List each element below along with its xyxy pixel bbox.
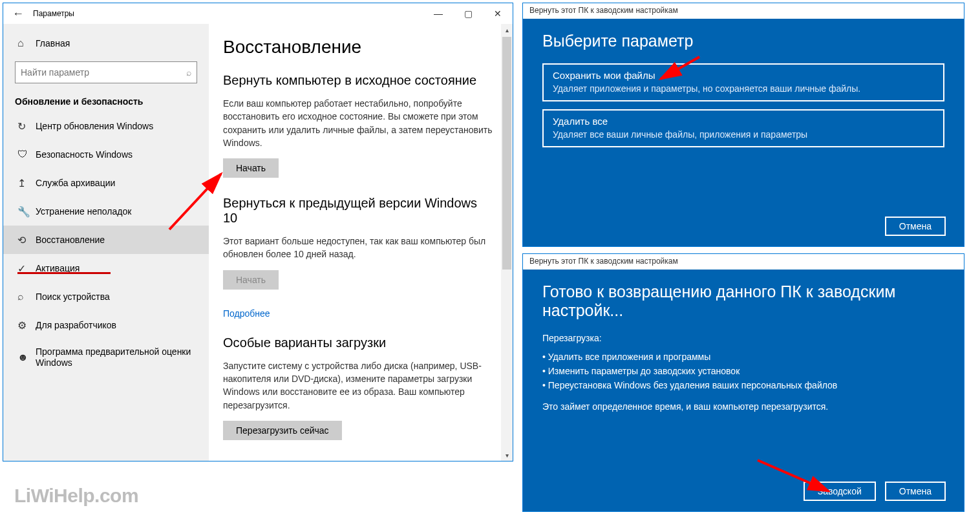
dialog-title: Вернуть этот ПК к заводским настройкам xyxy=(523,254,964,270)
wrench-icon: 🔧 xyxy=(17,206,36,218)
settings-window: ← Параметры — ▢ ✕ ⌂ Главная ⌕ Обновление… xyxy=(3,3,513,461)
cancel-button[interactable]: Отмена xyxy=(885,482,946,501)
shield-icon: 🛡 xyxy=(17,149,36,160)
section-heading: Особые варианты загрузки xyxy=(223,335,495,350)
watermark: LiWiHelp.com xyxy=(14,485,138,507)
section-advanced-startup: Особые варианты загрузки Запустите систе… xyxy=(223,335,495,458)
option-title: Сохранить мои файлы xyxy=(553,70,934,81)
restart-now-button[interactable]: Перезагрузить сейчас xyxy=(223,421,342,440)
sidebar-item-backup[interactable]: ↥ Служба архивации xyxy=(3,169,209,197)
list-item: Переустановка Windows без удаления ваших… xyxy=(542,378,944,392)
history-icon: ⟲ xyxy=(17,234,36,246)
option-desc: Удаляет все ваши личные файлы, приложени… xyxy=(553,129,934,140)
sidebar-item-label: Центр обновления Windows xyxy=(36,121,153,131)
option-desc: Удаляет приложения и параметры, но сохра… xyxy=(553,83,934,94)
sidebar-item-label: Поиск устройства xyxy=(36,292,110,302)
insider-icon: ☻ xyxy=(17,352,36,363)
sidebar-item-label: Восстановление xyxy=(36,235,105,245)
category-header: Обновление и безопасность xyxy=(3,90,209,112)
sidebar: ⌂ Главная ⌕ Обновление и безопасность ↻ … xyxy=(3,24,209,461)
section-desc: Запустите систему с устройства либо диск… xyxy=(223,359,495,412)
section-desc: Если ваш компьютер работает нестабильно,… xyxy=(223,97,495,149)
search-box[interactable]: ⌕ xyxy=(15,61,197,83)
section-heading: Вернуть компьютер в исходное состояние xyxy=(223,73,495,88)
scroll-down-icon[interactable]: ▾ xyxy=(501,449,513,461)
scrollbar-thumb[interactable] xyxy=(502,37,511,270)
start-reset-button[interactable]: Начать xyxy=(223,158,279,178)
window-title: Параметры xyxy=(33,9,74,18)
search-icon: ⌕ xyxy=(186,67,191,78)
list-item: Удалить все приложения и программы xyxy=(542,350,944,364)
minimize-button[interactable]: — xyxy=(423,8,453,19)
content-pane: Восстановление Вернуть компьютер в исход… xyxy=(209,24,513,461)
reset-dialog-ready: Вернуть этот ПК к заводским настройкам Г… xyxy=(522,253,964,512)
option-remove-all[interactable]: Удалить все Удаляет все ваши личные файл… xyxy=(542,109,944,147)
sidebar-item-label: Программа предварительной оценки Windows xyxy=(36,346,197,369)
dialog-heading: Выберите параметр xyxy=(542,32,944,50)
list-item: Изменить параметры до заводских установо… xyxy=(542,364,944,378)
sidebar-item-label: Главная xyxy=(36,38,70,48)
note-text: Это займет определенное время, и ваш ком… xyxy=(542,401,944,412)
sidebar-item-security[interactable]: 🛡 Безопасность Windows xyxy=(3,140,209,169)
confirm-button[interactable]: Заводской xyxy=(804,482,876,501)
refresh-icon: ↻ xyxy=(17,120,36,132)
section-rollback: Вернуться к предыдущей версии Windows 10… xyxy=(223,196,495,335)
learn-more-link[interactable]: Подробнее xyxy=(223,308,270,319)
sidebar-item-activation[interactable]: ✓ Активация xyxy=(3,254,209,282)
option-keep-files[interactable]: Сохранить мои файлы Удаляет приложения и… xyxy=(542,63,944,101)
option-title: Удалить все xyxy=(553,116,934,127)
dialog-title: Вернуть этот ПК к заводским настройкам xyxy=(523,3,964,19)
page-title: Восстановление xyxy=(223,37,495,58)
search-device-icon: ⌕ xyxy=(17,291,36,302)
reset-dialog-choose: Вернуть этот ПК к заводским настройкам В… xyxy=(522,3,964,247)
close-button[interactable]: ✕ xyxy=(483,8,513,19)
start-rollback-button: Начать xyxy=(223,270,279,290)
sidebar-item-label: Служба архивации xyxy=(36,178,115,188)
home-icon: ⌂ xyxy=(17,37,36,49)
sidebar-item-troubleshoot[interactable]: 🔧 Устранение неполадок xyxy=(3,197,209,226)
dialog-body: Выберите параметр Сохранить мои файлы Уд… xyxy=(523,19,964,246)
dialog-body: Готово к возвращению данного ПК к заводс… xyxy=(523,270,964,511)
sidebar-item-find-device[interactable]: ⌕ Поиск устройства xyxy=(3,282,209,311)
reboot-label: Перезагрузка: xyxy=(542,333,944,343)
sidebar-item-developers[interactable]: ⚙ Для разработчиков xyxy=(3,311,209,339)
scroll-up-icon[interactable]: ▴ xyxy=(501,24,513,36)
sidebar-item-insider[interactable]: ☻ Программа предварительной оценки Windo… xyxy=(3,339,209,376)
section-reset: Вернуть компьютер в исходное состояние Е… xyxy=(223,73,495,196)
sidebar-item-label: Для разработчиков xyxy=(36,320,116,330)
cancel-button[interactable]: Отмена xyxy=(885,217,946,236)
sidebar-item-label: Безопасность Windows xyxy=(36,149,133,160)
search-input[interactable] xyxy=(21,67,186,78)
sidebar-item-update[interactable]: ↻ Центр обновления Windows xyxy=(3,112,209,140)
titlebar: ← Параметры — ▢ ✕ xyxy=(3,3,513,24)
section-desc: Этот вариант больше недоступен, так как … xyxy=(223,235,495,261)
section-heading: Вернуться к предыдущей версии Windows 10 xyxy=(223,196,495,226)
back-button[interactable]: ← xyxy=(3,7,33,21)
sidebar-item-label: Устранение неполадок xyxy=(36,206,131,217)
dialog-heading: Готово к возвращению данного ПК к заводс… xyxy=(542,282,944,320)
sidebar-item-home[interactable]: ⌂ Главная xyxy=(3,29,209,58)
scrollbar[interactable]: ▴ ▾ xyxy=(501,24,513,461)
bullet-list: Удалить все приложения и программы Измен… xyxy=(542,350,944,392)
annotation-underline xyxy=(17,272,111,274)
sliders-icon: ⚙ xyxy=(17,319,36,332)
maximize-button[interactable]: ▢ xyxy=(453,8,483,19)
upload-icon: ↥ xyxy=(17,177,36,189)
sidebar-item-recovery[interactable]: ⟲ Восстановление xyxy=(3,226,209,254)
